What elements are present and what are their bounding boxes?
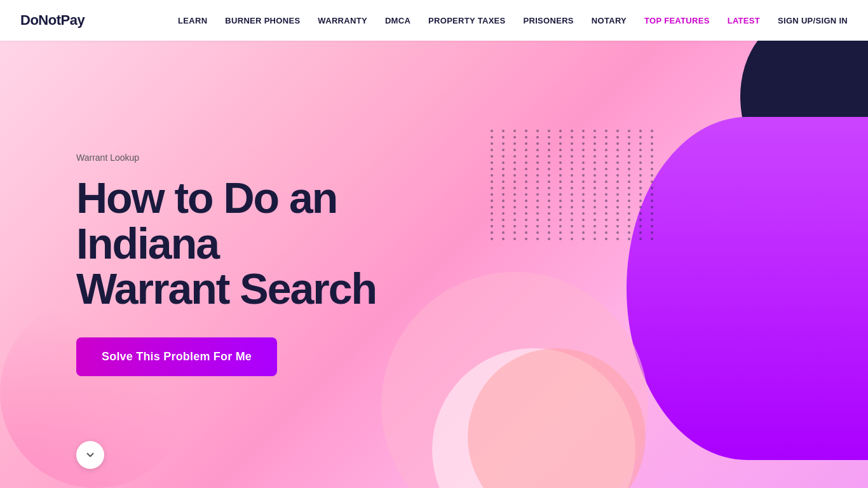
solve-problem-button[interactable]: Solve This Problem For Me [76, 337, 277, 376]
site-logo[interactable]: DoNotPay [20, 12, 85, 29]
nav-latest[interactable]: LATEST [728, 16, 760, 25]
nav-warranty[interactable]: WARRANTY [318, 16, 367, 25]
hero-section: Warrant Lookup How to Do an Indiana Warr… [0, 41, 868, 488]
nav-burner-phones[interactable]: BURNER PHONES [225, 16, 300, 25]
hero-breadcrumb: Warrant Lookup [76, 152, 445, 163]
nav-links: LEARN BURNER PHONES WARRANTY DMCA PROPER… [178, 15, 848, 26]
hero-title: How to Do an Indiana Warrant Search [76, 175, 445, 311]
scroll-down-button[interactable] [76, 441, 104, 469]
hero-content: Warrant Lookup How to Do an Indiana Warr… [0, 152, 445, 376]
hero-bg-purple-shape [627, 117, 868, 460]
nav-dmca[interactable]: DMCA [385, 16, 410, 25]
nav-prisoners[interactable]: PRISONERS [524, 16, 574, 25]
navbar: DoNotPay LEARN BURNER PHONES WARRANTY DM… [0, 0, 868, 41]
chevron-down-icon [85, 449, 96, 461]
hero-title-line2: Warrant Search [76, 264, 376, 313]
nav-learn[interactable]: LEARN [178, 16, 207, 25]
nav-notary[interactable]: NOTARY [592, 16, 627, 25]
nav-sign-up[interactable]: SIGN UP/SIGN IN [778, 16, 848, 25]
hero-title-line1: How to Do an Indiana [76, 173, 337, 267]
nav-property-taxes[interactable]: PROPERTY TAXES [428, 16, 505, 25]
nav-top-features[interactable]: TOP FEATURES [644, 16, 710, 25]
hero-dot-pattern [491, 130, 658, 240]
